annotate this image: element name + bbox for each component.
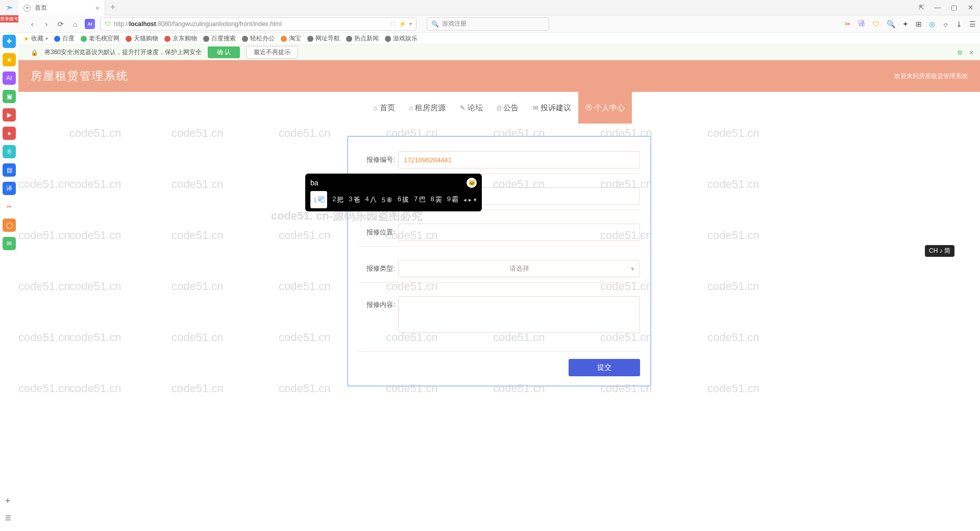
shield-icon[interactable]: 🛡 [872, 20, 879, 28]
ime-cand[interactable]: 9霸 [447, 195, 458, 204]
nav-fwd-icon[interactable]: › [42, 19, 51, 29]
scissors-icon[interactable]: ✂ [845, 20, 851, 28]
bookmark-fav[interactable]: ★收藏▾ [23, 34, 48, 43]
ime-next-icon[interactable]: ▸ [469, 197, 472, 203]
bookmark-item[interactable]: 天猫购物 [126, 34, 158, 43]
search-icon: 🔍 [431, 20, 439, 28]
window-max-icon[interactable]: ▢ [950, 4, 958, 11]
login-tag[interactable]: 登录账号 [0, 15, 18, 22]
side-scissors-icon[interactable]: ✂ [3, 200, 16, 213]
ime-cand[interactable]: 1吧 [310, 191, 327, 208]
lock-icon: 🛡 [105, 20, 111, 28]
ime-prev-icon[interactable]: ◂ [463, 197, 467, 203]
ime-expand-icon[interactable]: ▾ [474, 197, 477, 203]
puzzle-icon[interactable]: ✦ [902, 20, 909, 28]
side-icon[interactable]: 译 [3, 182, 16, 195]
search-placeholder: 游戏注册 [442, 19, 467, 28]
side-icon[interactable]: AI [3, 71, 16, 85]
textarea-repair-content[interactable] [398, 296, 640, 333]
ime-mascot-icon: 🐱 [467, 178, 477, 188]
side-icon[interactable]: ⎘ [3, 145, 16, 158]
side-icon[interactable]: ▤ [3, 163, 16, 177]
bookmark-item[interactable]: 百度 [54, 34, 75, 43]
menu-icon[interactable]: ☰ [969, 20, 976, 28]
translate-icon[interactable]: 译 [858, 19, 865, 29]
complaint-icon: ✉ [533, 104, 538, 112]
ime-cand[interactable]: 3爸 [349, 195, 360, 204]
side-icon[interactable]: ▣ [3, 90, 16, 103]
app-header: 房屋租赁管理系统 欢迎来到房屋租赁管理系统 [18, 60, 980, 92]
bookmark-item[interactable]: 网址导航 [307, 34, 340, 43]
label-repair-location: 报修位置: [358, 224, 398, 237]
addr-flash-icon[interactable]: ⚡ [399, 20, 406, 28]
nav-home[interactable]: ⌂首页 [366, 92, 402, 124]
addr-qr-icon[interactable]: ⬚ [390, 20, 396, 27]
label-repair-type: 报修类型: [358, 260, 398, 273]
zoom-icon[interactable]: 🔍 [887, 20, 895, 28]
bookmark-item[interactable]: 京东购物 [164, 34, 197, 43]
browser-tab[interactable]: ✦ 首页 × [18, 0, 105, 15]
side-icon[interactable]: ✉ [3, 237, 16, 250]
select-repair-type[interactable]: 请选择 [398, 260, 640, 277]
bookmark-item[interactable]: 轻松办公 [242, 34, 275, 43]
notice-dismiss-button[interactable]: 最近不再提示 [246, 46, 298, 59]
side-icon[interactable]: ◯ [3, 219, 16, 232]
submit-button[interactable]: 提交 [569, 359, 640, 376]
ai-badge-icon[interactable]: AI [85, 19, 95, 29]
bookmark-item[interactable]: 游戏娱乐 [385, 34, 418, 43]
notice-confirm-button[interactable]: 确 认 [208, 46, 240, 58]
ime-cand[interactable]: 5⑧ [382, 196, 393, 204]
input-repair-id[interactable] [398, 151, 640, 168]
browser-app-icon: ➣ [0, 0, 18, 15]
profile-icon: Ⓡ [585, 103, 592, 112]
address-bar[interactable]: 🛡 http://localhost:8080/fangwuzulinguanl… [100, 17, 416, 31]
nav-row: ‹ › ⟳ ⌂ AI 🛡 http://localhost:8080/fangw… [0, 15, 980, 33]
grid-icon[interactable]: ⊞ [916, 20, 922, 28]
input-repair-location[interactable] [398, 224, 640, 241]
nav-reload-icon[interactable]: ⟳ [56, 19, 65, 29]
app-nav: ⌂首页 ⌂租房房源 ✎论坛 ⎙公告 ✉投诉建议 Ⓡ个人中心 [18, 92, 980, 124]
home-icon: ⌂ [374, 104, 378, 112]
search-box[interactable]: 🔍 游戏注册 [427, 17, 549, 31]
window-min-icon[interactable]: — [934, 4, 941, 11]
globe-icon[interactable]: ◎ [929, 20, 935, 28]
ime-cand[interactable]: 2把 [332, 195, 344, 204]
tab-close-icon[interactable]: × [95, 4, 100, 12]
ime-cand[interactable]: 4八 [365, 195, 377, 204]
nav-back-icon[interactable]: ‹ [28, 19, 37, 29]
addr-drop-icon[interactable]: ▾ [409, 21, 412, 27]
bookmark-item[interactable]: 热点新闻 [346, 34, 379, 43]
notice-text: 将360安全浏览器设为默认，提升打开速度，保护上网安全 [44, 48, 202, 57]
side-icon[interactable]: ✚ [3, 35, 16, 48]
listings-icon: ⌂ [409, 104, 413, 112]
side-icon[interactable]: ● [3, 127, 16, 140]
window-pin-icon[interactable]: ⇱ [918, 4, 925, 11]
ime-indicator[interactable]: CH ♪ 简 [925, 245, 954, 257]
main: 报修编号: 报修标题: 报修位置: 报修类型: 请选择 报修内容: 提交 [18, 124, 980, 387]
window-close-icon[interactable]: ✕ [967, 4, 974, 11]
side-icon[interactable]: ★ [3, 53, 16, 66]
nav-profile[interactable]: Ⓡ个人中心 [578, 92, 632, 124]
ime-cand[interactable]: 6拔 [398, 195, 409, 204]
nav-notice[interactable]: ⎙公告 [490, 92, 526, 124]
side-icon[interactable]: ▶ [3, 108, 16, 122]
ime-cand[interactable]: 7巴 [414, 195, 425, 204]
titlebar: ➣ ✦ 首页 × + ⇱ — ▢ ✕ [0, 0, 980, 15]
bookmark-item[interactable]: 淘宝 [281, 34, 301, 43]
sidebar-add-button[interactable]: + [5, 496, 11, 506]
notice-close-icon[interactable]: ✕ [969, 49, 974, 56]
notice-bar: 🔒 将360安全浏览器设为默认，提升打开速度，保护上网安全 确 认 最近不再提示… [0, 45, 980, 60]
sun-icon[interactable]: ☼ [942, 20, 949, 28]
bookmark-item[interactable]: 百度搜索 [203, 34, 236, 43]
nav-listings[interactable]: ⌂租房房源 [402, 92, 453, 124]
new-tab-button[interactable]: + [105, 2, 120, 13]
notice-shield-icon: 🔒 [31, 49, 38, 56]
ime-cand[interactable]: 8罢 [431, 195, 442, 204]
sidebar-menu-button[interactable]: ☰ [5, 514, 11, 522]
notice-gear-icon[interactable]: ⚙ [957, 49, 963, 56]
nav-home-icon[interactable]: ⌂ [70, 19, 80, 29]
bookmark-item[interactable]: 老毛桃官网 [81, 34, 119, 43]
nav-forum[interactable]: ✎论坛 [453, 92, 490, 124]
download-icon[interactable]: ⤓ [956, 20, 962, 28]
nav-complaint[interactable]: ✉投诉建议 [526, 92, 578, 124]
